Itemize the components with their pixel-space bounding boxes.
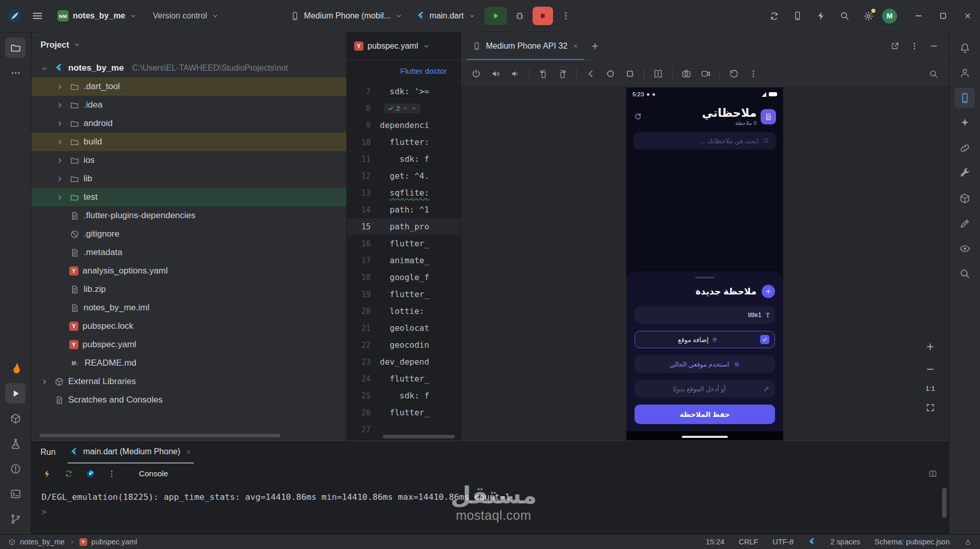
running-devices-tool-button[interactable]: [954, 88, 975, 108]
notes-search-field[interactable]: ابحث في ملاحظاتك ...: [634, 132, 776, 150]
tab-list-chevron[interactable]: [422, 42, 431, 50]
more-tool-windows-button[interactable]: [5, 62, 26, 83]
editor-line-16[interactable]: 16 flutter_: [347, 235, 460, 252]
device-manager-button[interactable]: [788, 6, 807, 26]
rotate-left-button[interactable]: [534, 65, 553, 83]
profiler-tool-button[interactable]: [954, 62, 975, 83]
editor-line-24[interactable]: 24 flutter_: [347, 370, 460, 387]
editor-line-17[interactable]: 17 animate_: [347, 252, 460, 269]
dart-devtools-button[interactable]: [84, 467, 97, 480]
terminal-tool-button[interactable]: [5, 483, 26, 504]
volume-down-button[interactable]: [506, 65, 524, 83]
settings-button[interactable]: [859, 6, 878, 26]
zoom-in-button[interactable]: [923, 340, 937, 354]
editor-line-12[interactable]: 12 get: ^4.: [347, 167, 460, 184]
run-tool-button[interactable]: [5, 383, 26, 404]
emulator-screen[interactable]: 5:23 ملاحظاتي 0 ملاحظة: [626, 88, 783, 440]
hot-reload-button[interactable]: [40, 467, 54, 480]
editor-line-26[interactable]: 26 flutter_: [347, 404, 460, 421]
fold-device-button[interactable]: [649, 65, 667, 83]
editor-horizontal-scrollbar[interactable]: [383, 435, 455, 438]
split-console-button[interactable]: [926, 467, 940, 480]
version-control-tool-button[interactable]: [5, 509, 26, 529]
add-note-button[interactable]: [762, 285, 775, 298]
volume-up-button[interactable]: [486, 65, 505, 83]
problems-tool-button[interactable]: [5, 458, 26, 479]
tree-item-test[interactable]: test: [31, 188, 346, 206]
screen-record-button[interactable]: [697, 65, 715, 83]
sheet-drag-handle[interactable]: [695, 277, 714, 279]
sync-project-button[interactable]: [764, 6, 784, 26]
layout-inspector-tool-button[interactable]: [954, 238, 975, 259]
project-tool-button[interactable]: [5, 37, 26, 58]
resource-manager-tool-button[interactable]: [954, 138, 975, 158]
editor-line-19[interactable]: 19 flutter_: [347, 286, 460, 303]
rerun-button[interactable]: [62, 467, 75, 480]
close-icon[interactable]: [185, 449, 192, 455]
tree-item-lib-zip[interactable]: lib.zip: [31, 280, 346, 299]
indent-widget[interactable]: 2 spaces: [830, 538, 860, 546]
tree-item-analysis-options-yaml[interactable]: Yanalysis_options.yaml: [31, 262, 346, 280]
more-run-actions-button[interactable]: [556, 6, 576, 26]
editor-line-11[interactable]: 11 sdk: f: [347, 151, 460, 167]
console-scrollbar[interactable]: [942, 488, 947, 518]
previous-match-icon[interactable]: [402, 105, 409, 112]
instant-run-bolt-button[interactable]: [811, 6, 831, 26]
gemini-tool-button[interactable]: [954, 113, 975, 133]
tree-item-dart-tool[interactable]: .dart_tool: [31, 77, 346, 96]
breadcrumb-file[interactable]: pubspec.yaml: [91, 538, 137, 546]
tree-item-readme-md[interactable]: M↓README.md: [31, 354, 346, 372]
phone-gesture-bar[interactable]: [626, 431, 783, 440]
readonly-lock-icon[interactable]: [964, 538, 972, 546]
device-explorer-tool-button[interactable]: [954, 188, 975, 208]
tree-item-idea[interactable]: .idea: [31, 96, 346, 114]
tree-item-lib[interactable]: lib: [31, 170, 346, 188]
line-separator-widget[interactable]: CRLF: [739, 538, 758, 546]
snapshots-button[interactable]: [725, 65, 743, 83]
build-variants-tool-button[interactable]: [954, 163, 975, 183]
tree-item-flutter-plugins-dependencies[interactable]: .flutter-plugins-dependencies: [31, 206, 346, 225]
breadcrumb-module[interactable]: notes_by_me: [20, 538, 65, 546]
tree-item-pubspec-lock[interactable]: Ypubspec.lock: [31, 317, 346, 335]
more-console-actions-button[interactable]: [105, 467, 118, 480]
back-button[interactable]: [582, 65, 600, 83]
home-button[interactable]: [601, 65, 620, 83]
window-maximize-button[interactable]: [931, 0, 955, 32]
editor-tab-pubspec[interactable]: pubspec.yaml: [368, 41, 418, 51]
flutter-doctor-link[interactable]: Flutter doctor: [400, 67, 447, 76]
editor-line-13[interactable]: 13 sqflite:: [347, 184, 460, 201]
use-current-location-button[interactable]: استخدم موقعي الحالي: [635, 355, 775, 373]
debug-button[interactable]: [510, 6, 529, 26]
next-match-icon[interactable]: [411, 105, 417, 112]
editor-line-18[interactable]: 18 google_f: [347, 269, 460, 286]
rotate-right-button[interactable]: [554, 65, 572, 83]
tree-item-scratches-and-consoles[interactable]: Scratches and Consoles: [31, 391, 346, 409]
console-tab[interactable]: Console: [139, 469, 168, 478]
project-selector[interactable]: NM notes_by_me: [52, 6, 142, 26]
search-everywhere-button[interactable]: [835, 6, 854, 26]
project-horizontal-scrollbar[interactable]: [39, 434, 280, 437]
cursor-position-widget[interactable]: 15:24: [706, 538, 724, 546]
device-toolbar-search-button[interactable]: [924, 65, 943, 83]
app-quality-insights-button[interactable]: [5, 358, 26, 378]
editor-line-15[interactable]: 15 path_pro: [347, 218, 460, 235]
tree-item-build[interactable]: build: [31, 133, 346, 151]
run-tab-main-dart[interactable]: main.dart (Medium Phone): [68, 441, 193, 463]
hide-panel-button[interactable]: [925, 37, 943, 55]
build-tool-button[interactable]: [5, 433, 26, 454]
editor-line-20[interactable]: 20 lottie:: [347, 303, 460, 320]
app-inspection-tool-button[interactable]: [954, 263, 975, 284]
zoom-out-button[interactable]: [923, 362, 937, 376]
main-menu-button[interactable]: [28, 6, 47, 26]
close-icon[interactable]: [572, 43, 579, 50]
editor-line-21[interactable]: 21 geolocat: [347, 320, 460, 336]
tree-item-ios[interactable]: ios: [31, 151, 346, 170]
device-tab-medium-phone[interactable]: Medium Phone API 32: [467, 32, 584, 60]
editor-line-25[interactable]: 25 sdk: f: [347, 387, 460, 404]
tree-item-notes-by-me-iml[interactable]: notes_by_me.iml: [31, 299, 346, 317]
tree-item-pubspec-yaml[interactable]: Ypubspec.yaml: [31, 335, 346, 354]
tree-root-notes-by-me[interactable]: notes_by_me C:\Users\EL-TAWHEED\StudioPr…: [31, 59, 346, 77]
run-configuration-selector[interactable]: main.dart: [411, 6, 481, 26]
editor-line-10[interactable]: 10 flutter:: [347, 134, 460, 151]
stop-button[interactable]: [533, 7, 553, 25]
